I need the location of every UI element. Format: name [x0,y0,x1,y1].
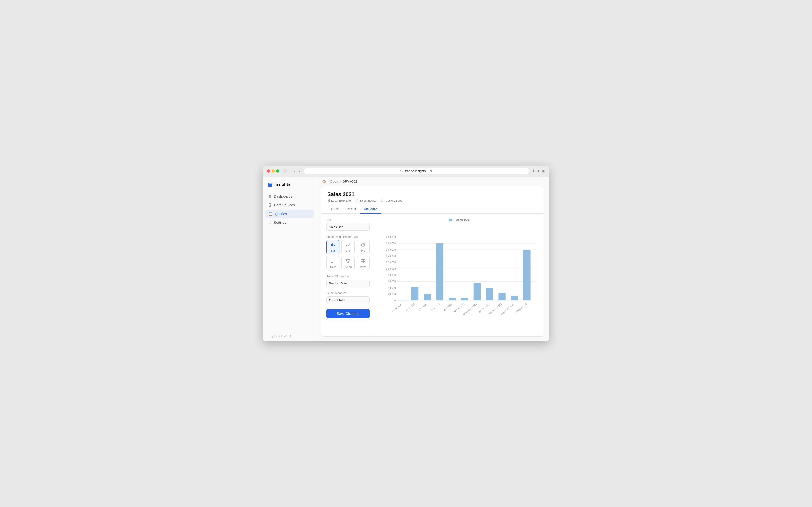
svg-text:1,80,000: 1,80,000 [386,242,396,245]
viz-option-bar[interactable]: Bar [326,240,339,254]
svg-text:June, 2021: June, 2021 [430,303,440,312]
svg-rect-8 [361,259,363,261]
viz-option-row[interactable]: Row [326,256,339,271]
sidebar: ▣ Insights ▦ Dashboards 🗄 Data Sources 📋… [263,177,316,341]
tab-result[interactable]: Result [342,205,360,214]
sidebar-item-queries[interactable]: 📋 Queries [266,210,314,218]
svg-text:2,00,000: 2,00,000 [386,236,396,238]
tab-build[interactable]: Build [327,205,342,214]
svg-rect-0 [331,244,332,246]
sidebar-item-data-sources[interactable]: 🗄 Data Sources [266,201,314,209]
app-layout: ▣ Insights ▦ Dashboards 🗄 Data Sources 📋… [263,177,549,341]
measure-input[interactable] [326,296,370,304]
tabs-button[interactable]: ⊞ [542,169,545,173]
browser-nav: ‹ › [293,169,301,174]
fullscreen-button[interactable] [276,169,279,173]
tab-visualize[interactable]: Visualize [360,205,381,214]
bar-august [461,298,468,300]
svg-text:August, 2021: August, 2021 [453,303,465,313]
chart-wrapper: .y-label { font-size: 10px; fill: #999; … [381,224,538,332]
back-button[interactable]: ‹ [293,169,296,174]
home-icon[interactable]: 🏠 [322,180,326,183]
svg-text:1,40,000: 1,40,000 [386,255,396,258]
address-bar[interactable]: 🛡 frappe-insights ↻ [304,168,529,174]
query-card: Sales 2021 🗄 Local ERPNext 📄 Sales Invoi… [321,186,544,337]
forward-button[interactable]: › [298,169,301,174]
viz-type-group: Select Visualization Type [326,235,370,271]
viz-option-pivot[interactable]: Pivot [357,256,370,271]
dimension-label: Select Dimension [326,275,370,278]
bar-september [474,283,481,300]
row-icon [330,259,335,264]
viz-grid: Bar Line [326,240,370,271]
svg-rect-4 [331,260,333,260]
sidebar-item-label: Settings [274,221,286,224]
svg-text:80,000: 80,000 [388,274,396,277]
svg-rect-11 [363,262,365,263]
svg-text:0: 0 [394,299,396,302]
svg-text:40,000: 40,000 [388,287,396,289]
svg-marker-7 [346,260,350,263]
svg-text:July, 2021: July, 2021 [443,303,452,312]
breadcrumb-query[interactable]: Query [330,180,338,183]
title-field-group: Title [326,218,370,231]
sidebar-logo: ▣ Insights [263,177,316,191]
sidebar-nav: ▦ Dashboards 🗄 Data Sources 📋 Queries ⚙ … [263,191,316,331]
funnel-label: Funnel [344,265,352,268]
title-input[interactable] [326,223,370,231]
viz-option-funnel[interactable]: Funnel [341,256,355,271]
bar-chart: .y-label { font-size: 10px; fill: #999; … [381,224,538,332]
chart-area: Grand Total .y-label { font-size: 10px; … [375,214,544,336]
logo-icon: ▣ [268,182,273,187]
svg-text:1,20,000: 1,20,000 [386,261,396,264]
sidebar-item-label: Queries [275,212,287,216]
viz-option-pie[interactable]: Pie [357,240,370,254]
data-sources-icon: 🗄 [268,203,272,207]
dimension-input[interactable] [326,280,370,287]
svg-rect-9 [363,259,365,261]
datasource-icon: 🗄 [327,199,330,203]
pivot-icon [361,259,366,264]
bar-march [399,300,406,300]
share-button[interactable]: ⬆ [532,169,535,173]
viz-option-line[interactable]: Line [341,240,355,254]
svg-text:20,000: 20,000 [388,293,396,296]
main-content: 🏠 › Query › QRY-0002 Sales 2021 🗄 Local … [316,177,549,341]
bar-jan [523,250,530,300]
svg-rect-1 [332,243,333,246]
sidebar-toggle-button[interactable]: ⬜ [282,169,288,174]
bar-icon [330,243,335,248]
settings-icon: ⚙ [268,221,272,224]
pivot-label: Pivot [360,265,366,268]
dimension-field-group: Select Dimension [326,275,370,287]
viz-type-label: Select Visualization Type [326,235,370,238]
pie-label: Pie [361,249,365,252]
bar-may [424,294,431,300]
left-panel: Title Select Visualization Type [321,214,375,336]
logo-text: Insights [274,182,290,187]
save-changes-button[interactable]: Save Changes [326,309,370,318]
reload-icon[interactable]: ↻ [430,169,432,173]
browser-window: ⬜ ‹ › 🛡 frappe-insights ↻ ⬆ + ⊞ ▣ Insigh… [263,166,549,341]
breadcrumb-sep: › [327,180,328,183]
minimize-button[interactable] [272,169,275,173]
query-meta: 🗄 Local ERPNext 📄 Sales Invoice ⏱ Took 0… [327,199,402,203]
bar-november [498,293,505,300]
svg-text:January, 2021: January, 2021 [515,303,527,314]
sidebar-item-label: Data Sources [274,203,295,207]
new-tab-button[interactable]: + [537,169,539,173]
svg-text:1,00,000: 1,00,000 [386,268,396,270]
more-options-button[interactable]: ··· [533,191,538,198]
svg-text:1,60,000: 1,60,000 [386,248,396,251]
svg-rect-5 [331,261,334,262]
funnel-icon [345,259,350,264]
svg-text:October, 2021: October, 2021 [477,303,490,314]
sidebar-item-dashboards[interactable]: ▦ Dashboards [266,192,314,201]
svg-rect-6 [331,262,333,263]
query-header: Sales 2021 🗄 Local ERPNext 📄 Sales Invoi… [321,186,544,203]
row-label: Row [330,265,335,268]
sidebar-item-settings[interactable]: ⚙ Settings [266,218,314,227]
query-title-group: Sales 2021 🗄 Local ERPNext 📄 Sales Invoi… [327,191,402,203]
legend-label: Grand Total [455,218,470,222]
close-button[interactable] [267,169,270,173]
